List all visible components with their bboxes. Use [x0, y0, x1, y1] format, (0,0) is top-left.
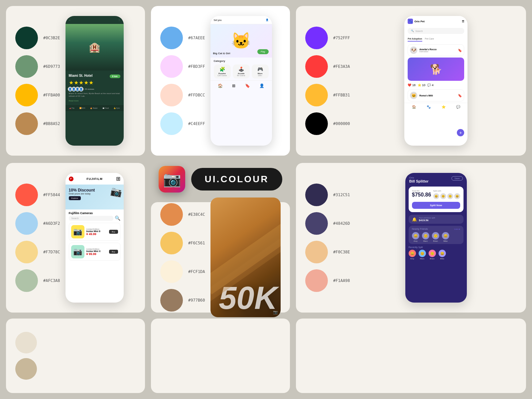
friend-brian[interactable]: 🙂 Brian — [432, 232, 439, 242]
fuji-name-mini8: Instax Mini 8 — [86, 230, 107, 232]
friend-mike[interactable]: 😄 Mike — [442, 232, 449, 242]
hotel-image: 🏨 — [66, 24, 124, 70]
hex-afc3: #AFC3A8 — [43, 269, 60, 292]
fuji-camera-icon: 📷 — [109, 185, 123, 198]
swatch-purple — [305, 27, 328, 49]
swatch-yellow-fuji — [15, 241, 38, 263]
swatch-peach — [160, 84, 183, 106]
hex-000: #000000 — [333, 112, 350, 135]
pet-card-milli[interactable]: 🐱 Roma's Milli 🔖 — [408, 89, 464, 101]
marc-name: Marc — [423, 240, 428, 242]
hotel-nav: 🚗 Trip 📶 Wi-fi 🔥 Heater 🍽️ Food 💪 Gym — [66, 105, 124, 111]
split-avatar-1: 😀 — [433, 193, 439, 199]
fuji-explore-btn[interactable]: Explore — [69, 196, 81, 200]
add-button[interactable]: + — [457, 129, 464, 136]
game-item-puzzles[interactable]: 🧩 Puzzles 120 Game — [214, 65, 231, 78]
star-react-icon[interactable]: ⭐ 10 — [418, 83, 426, 87]
hotel-labels: #0C3B2E #6D9773 #FFBA00 #BB8A52 — [43, 27, 60, 135]
fuji-buy-mini8[interactable]: Buy — [109, 230, 118, 234]
swatch-lightblue — [160, 112, 183, 135]
heart-icon[interactable]: ❤️ 18 — [408, 83, 416, 87]
fuji-menu-icon[interactable]: ⊞ — [116, 176, 120, 182]
back-icon: ← — [69, 19, 71, 21]
hotel-badge: 6 km — [110, 74, 120, 78]
hex-f1a: #F1AA98 — [333, 269, 350, 292]
fuji-brand: FUJIFILM — [86, 177, 103, 181]
hex-a6d3: #A6D3F2 — [43, 212, 60, 235]
swatch-f1a — [305, 269, 328, 292]
milli-bookmark[interactable]: 🔖 — [458, 94, 462, 97]
bill-panel: #312C51 #48426D #F0C38E #F1AA98 Orix Bil… — [296, 163, 526, 313]
hex-label-3: #FFBA00 — [43, 84, 60, 106]
fuji-search-icon[interactable]: 🔍 — [115, 215, 120, 221]
game-item-arcade[interactable]: 🕹️ Arcade 60 Game — [233, 65, 250, 78]
star-nav-icon[interactable]: ⭐ — [442, 105, 446, 109]
home-nav-icon[interactable]: 🏠 — [412, 105, 416, 109]
chat-icon[interactable]: 💬 4 — [427, 83, 434, 87]
hex-ff: #FFDBCC — [188, 84, 205, 106]
hex-312: #312C51 — [333, 184, 350, 206]
fuji-product-mini8[interactable]: 📷 Limited Edition Instax Mini 8 ¥ 49.99 … — [69, 223, 120, 241]
pet-card-rocco[interactable]: 🐶 Amelia's Rocco Dalmatian 🔖 — [408, 44, 464, 56]
fuji-camera-mini8-img: 📷 — [71, 225, 84, 238]
bottom-swatch-1 — [15, 332, 37, 353]
recent-2[interactable]: 😊 Marc — [419, 250, 426, 260]
hotel-stars: ★★★★★ — [69, 79, 120, 86]
fuji-product-minix[interactable]: 📷 Limited Edition Instax Mini X ¥ 99.99 … — [69, 243, 120, 261]
fuji-name-minix: Instax Mini X — [86, 250, 107, 252]
game-swatches — [160, 27, 183, 135]
read-more[interactable]: Read more — [69, 100, 120, 102]
play-button[interactable]: Play — [257, 49, 269, 54]
more-count: 100+ — [254, 74, 266, 76]
swatch-977 — [160, 289, 183, 312]
amy-name: Amy — [414, 240, 418, 242]
hex-fb: #FBD3FF — [188, 55, 205, 78]
recent-1[interactable]: 😀 Amy — [409, 250, 416, 260]
bill-split-btn[interactable]: Split Now — [412, 202, 460, 209]
pet-search[interactable]: 🔍 Search — [408, 28, 464, 34]
nav-grid-icon[interactable]: ⊞ — [232, 83, 235, 88]
pet-bottom-nav: 🏠 🐾 ⭐ 💬 — [404, 103, 467, 111]
hex-fe3: #FE3A3A — [333, 55, 350, 78]
game-nav: 🏠 ⊞ 🔖 👤 — [210, 80, 272, 91]
bill-splitter-name: Bill Splitter — [409, 179, 429, 183]
bill-split-area: Split with 😀 😊 🙂 😄 — [433, 190, 460, 199]
swatch-484 — [305, 212, 328, 235]
recent-4[interactable]: 😄 Mike — [439, 250, 446, 260]
friend-marc[interactable]: 😊 Marc — [422, 232, 429, 242]
fuji-search-box[interactable]: Search — [69, 216, 113, 221]
fuji-price-mini8: ¥ 49.99 — [86, 232, 107, 236]
fuji-buy-minix[interactable]: Buy — [109, 250, 118, 254]
chat-nav-icon[interactable]: 💬 — [456, 105, 460, 109]
swatch-1 — [15, 27, 38, 49]
brand-name: UI.COLOUR — [191, 168, 282, 191]
bill-recent-row: 😀 Amy 😊 Marc 🙂 Brian 😄 Mike — [409, 250, 464, 260]
swatch-green-fuji — [15, 269, 38, 292]
search-placeholder: Search — [415, 30, 423, 32]
bookmark-icon[interactable]: 🔖 — [458, 49, 462, 52]
recent-name-2: Marc — [420, 258, 424, 260]
game-item-more[interactable]: 🎮 More 100+ — [252, 65, 269, 78]
split-avatar-3: 🙂 — [447, 193, 453, 199]
pet-labels: #752FFF #FE3A3A #FFBB31 #000000 — [333, 27, 350, 135]
swatch-red — [305, 55, 328, 78]
settings-icon[interactable]: ☰ — [462, 20, 464, 23]
fuji-product-minix-info: Limited Edition Instax Mini X ¥ 99.99 — [86, 248, 107, 256]
hotel-name: Miami St. Hotel — [69, 74, 93, 77]
nav-bookmark-icon[interactable]: 🔖 — [245, 83, 250, 88]
bill-app-name: Orix — [409, 176, 429, 179]
friend-amy[interactable]: 😀 Amy — [412, 232, 419, 242]
split-avatar-4: 😄 — [454, 193, 460, 199]
nav-profile-icon[interactable]: 👤 — [259, 83, 264, 88]
hex-f6c: #F6C561 — [188, 232, 205, 254]
tab-adoption[interactable]: Pet Adoption — [408, 37, 422, 42]
pet-phone: 🐾 Orix Pet ☰ 🔍 Search Pet Adoption Pet C… — [404, 16, 467, 146]
paw-nav-icon[interactable]: 🐾 — [427, 105, 431, 109]
nav-home-icon[interactable]: 🏠 — [218, 83, 223, 88]
tab-care[interactable]: Pet Care — [425, 37, 434, 42]
bill-save-btn[interactable]: Save — [452, 176, 463, 181]
rocco-avatar: 🐶 — [410, 47, 417, 54]
hotel-desc: Miami St. beach front, Myrtle Beach at t… — [69, 92, 120, 98]
recent-3[interactable]: 🙂 Brian — [429, 250, 436, 260]
pet-panel: #752FFF #FE3A3A #FFBB31 #000000 🐾 Orix P… — [296, 6, 526, 156]
